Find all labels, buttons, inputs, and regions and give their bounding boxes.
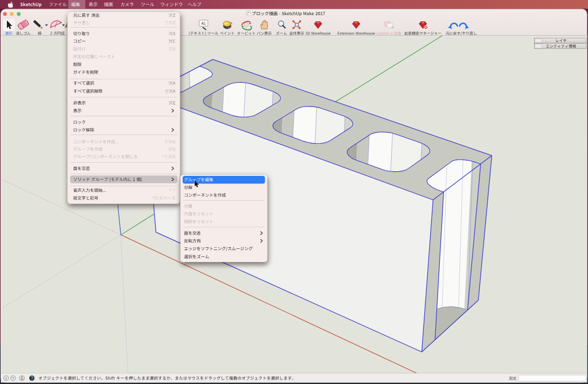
svg-text:A1: A1 xyxy=(202,21,206,25)
